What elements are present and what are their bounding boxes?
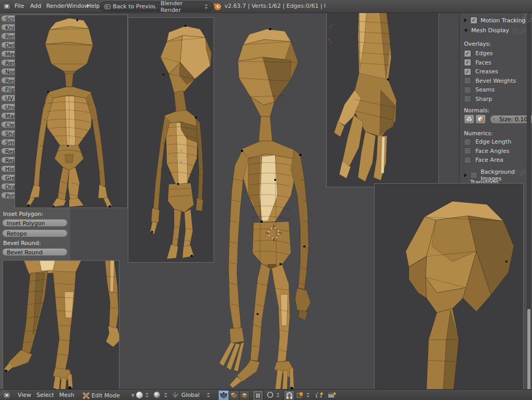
numeric-checkbox[interactable] bbox=[464, 147, 471, 154]
snap-toggle-button[interactable] bbox=[284, 390, 295, 400]
numeric-toggle[interactable]: Face Angles bbox=[464, 147, 511, 156]
overlay-checkbox[interactable] bbox=[464, 86, 471, 94]
dropdown-arrow-icon: ▼ bbox=[131, 393, 135, 398]
tool-button[interactable]: Bevel Round bbox=[2, 248, 68, 256]
face-select-mode-button[interactable] bbox=[239, 390, 250, 400]
tool-button[interactable]: Dele bbox=[1, 42, 15, 48]
inset-polygon-label: Inset Polygon: bbox=[3, 211, 69, 217]
collapse-arrow-icon[interactable] bbox=[464, 173, 467, 177]
overlay-checkbox[interactable] bbox=[464, 50, 471, 57]
tool-button[interactable]: Retopo bbox=[2, 229, 68, 237]
normals-size-slider[interactable]: ‹ Size: 0.10 › bbox=[490, 115, 532, 124]
menu-mesh[interactable]: Mesh bbox=[57, 391, 76, 399]
render-hand-closeup bbox=[326, 0, 439, 187]
background-images-checkbox[interactable] bbox=[470, 172, 477, 179]
render-front-view bbox=[15, 15, 128, 208]
blender-window: File Add Render Window Help Back to Prev… bbox=[0, 0, 532, 400]
tool-button[interactable]: Knif bbox=[1, 24, 15, 31]
back-to-previous-button[interactable]: Back to Previous bbox=[100, 2, 165, 11]
tool-button[interactable]: Dra bbox=[1, 183, 15, 190]
menu-file[interactable]: File bbox=[12, 2, 26, 10]
tool-button[interactable]: Scre bbox=[1, 15, 15, 22]
back-icon bbox=[104, 4, 111, 9]
collapse-arrow-icon[interactable] bbox=[464, 29, 468, 32]
tool-button[interactable]: Ren bbox=[1, 33, 15, 40]
info-header: File Add Render Window Help Back to Prev… bbox=[0, 0, 532, 13]
render-legs-closeup bbox=[3, 260, 119, 393]
vertex-normals-toggle[interactable] bbox=[464, 114, 474, 124]
edit-mode-icon bbox=[83, 392, 89, 399]
scrollbar-thumb[interactable] bbox=[527, 309, 530, 398]
tool-button[interactable]: Nor bbox=[1, 68, 15, 75]
occlude-geometry-button[interactable] bbox=[252, 390, 263, 400]
overlay-checkbox[interactable] bbox=[464, 68, 471, 75]
overlay-toggle[interactable]: Faces bbox=[464, 58, 516, 68]
snap-element-select[interactable] bbox=[296, 391, 303, 399]
render-side-view bbox=[128, 17, 214, 263]
clapperboard-icon bbox=[327, 391, 336, 398]
tool-button[interactable]: Poly bbox=[1, 192, 15, 199]
tool-button[interactable]: Rec bbox=[1, 77, 15, 84]
overlay-toggle[interactable]: Creases bbox=[464, 67, 516, 76]
overlay-toggle[interactable]: Sharp bbox=[464, 95, 516, 104]
menu-view[interactable]: View bbox=[16, 391, 33, 399]
overlay-toggle[interactable]: Edges bbox=[464, 49, 516, 58]
properties-scrollbar[interactable] bbox=[527, 12, 531, 389]
numeric-checkbox[interactable] bbox=[464, 138, 471, 146]
tool-button[interactable]: Mar bbox=[1, 112, 15, 119]
menu-add[interactable]: Add bbox=[28, 2, 43, 10]
panel-mesh-display[interactable]: Mesh Display bbox=[464, 27, 509, 34]
camera-icon bbox=[315, 391, 324, 398]
overlay-toggle[interactable]: Bevel Weights bbox=[464, 76, 516, 86]
tool-button[interactable]: Clea bbox=[1, 121, 15, 128]
overlay-checkbox[interactable] bbox=[464, 77, 471, 84]
overlay-toggle-list: Edges Faces Creases Bevel Weights bbox=[464, 49, 516, 104]
vertex-select-mode-button[interactable] bbox=[218, 390, 229, 400]
tool-button[interactable]: Smo bbox=[1, 139, 15, 146]
tool-button[interactable]: Sha bbox=[1, 130, 15, 137]
collapse-arrow-icon[interactable] bbox=[464, 18, 467, 22]
render-opengl-button[interactable] bbox=[315, 391, 324, 399]
numeric-toggle[interactable]: Edge Length bbox=[464, 137, 511, 147]
face-select-icon bbox=[241, 392, 248, 399]
blender-logo-icon bbox=[213, 2, 221, 10]
tool-button[interactable]: Unw bbox=[1, 104, 15, 110]
orientation-select[interactable]: Global bbox=[171, 391, 200, 399]
area-corner-widget[interactable] bbox=[0, 390, 9, 399]
overlays-label: Overlays: bbox=[464, 41, 491, 47]
tool-shelf-truncated-list: ScreKnifRenDeleMerRenNorRecFlipUVUnwMarC… bbox=[1, 15, 15, 201]
normals-label: Normals: bbox=[464, 107, 489, 114]
overlay-checkbox[interactable] bbox=[464, 95, 471, 102]
tool-button[interactable]: UV bbox=[1, 95, 15, 101]
proportional-editing-select[interactable] bbox=[267, 391, 273, 399]
overlay-checkbox[interactable] bbox=[464, 59, 471, 66]
motion-tracking-checkbox[interactable] bbox=[470, 17, 477, 24]
render-engine-select[interactable]: Blender Render bbox=[156, 2, 213, 11]
tool-button[interactable]: Mer bbox=[1, 50, 15, 57]
pivot-point-select[interactable] bbox=[154, 391, 157, 399]
tool-button[interactable]: Gre bbox=[1, 174, 15, 181]
area-corner-widget[interactable] bbox=[523, 13, 532, 22]
tool-button[interactable]: Hist bbox=[1, 165, 15, 172]
render-opengl-anim-button[interactable] bbox=[327, 391, 336, 399]
numeric-checkbox[interactable] bbox=[464, 157, 471, 164]
edge-select-mode-button[interactable] bbox=[229, 390, 240, 400]
viewport-shading-select[interactable] bbox=[136, 391, 143, 399]
occlude-icon bbox=[255, 392, 261, 399]
mode-select[interactable]: Edit Mode ▼ bbox=[78, 391, 139, 400]
numeric-toggle[interactable]: Face Area bbox=[464, 156, 511, 165]
editor-type-icon[interactable] bbox=[3, 3, 11, 10]
tool-button[interactable]: Ren bbox=[1, 59, 15, 66]
tool-button[interactable]: Rep bbox=[1, 148, 15, 154]
menu-select[interactable]: Select bbox=[34, 391, 56, 399]
tool-button[interactable]: Inset Polygon bbox=[2, 219, 68, 227]
face-normal-icon bbox=[477, 116, 484, 122]
overlay-toggle[interactable]: Seams bbox=[464, 85, 516, 95]
dropdown-arrows-icon bbox=[205, 4, 208, 9]
tool-button[interactable]: Flip bbox=[1, 86, 15, 93]
viewport-header: View Select Mesh Edit Mode ▼ Global bbox=[0, 389, 532, 400]
vertex-normal-icon bbox=[466, 116, 472, 122]
edge-select-icon bbox=[231, 392, 237, 399]
face-normals-toggle[interactable] bbox=[475, 114, 486, 124]
tool-button[interactable]: Rep bbox=[1, 157, 15, 163]
